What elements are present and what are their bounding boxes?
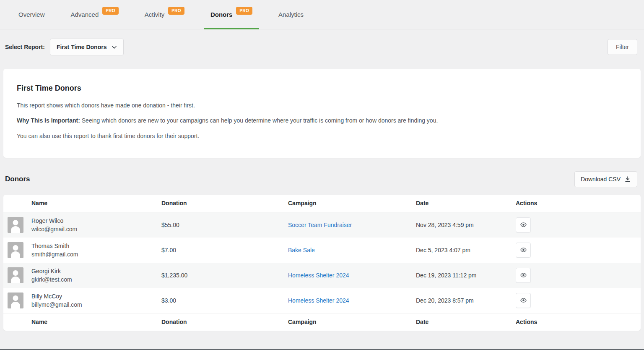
donor-name: Roger Wilco (31, 217, 161, 225)
column-header-date: Date (416, 200, 516, 206)
pro-badge: PRO (236, 7, 252, 15)
column-footer-name: Name (31, 319, 161, 325)
report-tabs: Overview Advanced PRO Activity PRO Donor… (0, 0, 644, 29)
person-icon (8, 267, 23, 283)
tab-activity-label: Activity (145, 11, 165, 18)
campaign-link[interactable]: Bake Sale (288, 247, 315, 253)
download-csv-button[interactable]: Download CSV (574, 171, 637, 187)
tab-activity[interactable]: Activity PRO (138, 0, 191, 29)
view-donor-button[interactable] (516, 268, 531, 283)
download-icon (624, 176, 631, 183)
chevron-down-icon (112, 44, 117, 50)
donor-name-cell: Billy McCoy billymc@gmail.com (31, 292, 161, 309)
tab-donors[interactable]: Donors PRO (204, 0, 259, 29)
campaign-link[interactable]: Homeless Shelter 2024 (288, 272, 349, 279)
filter-button[interactable]: Filter (608, 39, 637, 55)
report-importance: Why This Is Important: Seeing which dono… (17, 116, 627, 125)
table-row: Georgi Kirk gkirk@test.com $1,235.00 Hom… (3, 263, 641, 288)
view-donor-button[interactable] (516, 293, 531, 308)
donation-amount: $3.00 (161, 297, 288, 304)
column-header-actions: Actions (516, 200, 641, 206)
donor-email: gkirk@test.com (31, 275, 161, 284)
table-row: Billy McCoy billymc@gmail.com $3.00 Home… (3, 288, 641, 313)
table-row: Roger Wilco wilco@gmail.com $55.00 Socce… (3, 212, 641, 238)
column-footer-campaign: Campaign (288, 319, 416, 325)
donation-amount: $1,235.00 (161, 272, 288, 279)
donor-email: wilco@gmail.com (31, 225, 161, 233)
donation-date: Dec 20, 2023 8:57 pm (416, 297, 516, 304)
tab-advanced[interactable]: Advanced PRO (64, 0, 125, 29)
eye-icon (520, 246, 527, 253)
person-icon (8, 242, 23, 258)
report-title: First Time Donors (17, 84, 627, 93)
tab-advanced-label: Advanced (71, 11, 99, 18)
select-report-label: Select Report: (5, 44, 45, 50)
donor-name-cell: Georgi Kirk gkirk@test.com (31, 267, 161, 284)
column-header-donation: Donation (161, 200, 288, 206)
donation-date: Nov 28, 2023 4:59 pm (416, 222, 516, 228)
avatar (8, 217, 23, 233)
donor-name: Billy McCoy (31, 292, 161, 300)
donation-date: Dec 5, 2023 4:07 pm (416, 247, 516, 253)
campaign-link[interactable]: Homeless Shelter 2024 (288, 297, 349, 304)
tab-overview[interactable]: Overview (12, 0, 52, 29)
report-select-dropdown[interactable]: First Time Donors (50, 39, 124, 55)
view-donor-button[interactable] (516, 217, 531, 232)
campaign-link[interactable]: Soccer Team Fundraiser (288, 222, 352, 228)
donor-name: Georgi Kirk (31, 267, 161, 275)
column-header-name: Name (31, 200, 161, 206)
eye-icon (520, 272, 527, 279)
column-footer-actions: Actions (516, 319, 641, 325)
download-csv-label: Download CSV (581, 176, 621, 183)
donor-name-cell: Thomas Smith smith@gmail.com (31, 242, 161, 259)
report-note: You can also use this report to thank fi… (17, 132, 627, 140)
table-header-row: Name Donation Campaign Date Actions (3, 195, 641, 212)
donor-name-cell: Roger Wilco wilco@gmail.com (31, 217, 161, 234)
report-toolbar: Select Report: First Time Donors Filter (0, 32, 644, 62)
avatar (8, 267, 23, 283)
report-importance-label: Why This Is Important: (17, 117, 80, 124)
table-footer-row: Name Donation Campaign Date Actions (3, 313, 641, 331)
donor-name: Thomas Smith (31, 242, 161, 250)
donors-section-title: Donors (5, 175, 30, 183)
column-footer-donation: Donation (161, 319, 288, 325)
donation-amount: $55.00 (161, 222, 288, 228)
eye-icon (520, 221, 527, 228)
report-info-card: First Time Donors This report shows whic… (3, 69, 641, 158)
donors-section-header: Donors Download CSV (0, 158, 644, 195)
person-icon (8, 217, 23, 233)
report-description: This report shows which donors have made… (17, 101, 627, 110)
avatar (8, 242, 23, 258)
tab-donors-label: Donors (210, 11, 233, 18)
tab-analytics-label: Analytics (278, 11, 304, 18)
view-donor-button[interactable] (516, 243, 531, 258)
avatar (8, 293, 23, 308)
report-importance-text: Seeing which donors are new to your camp… (80, 117, 438, 124)
person-icon (8, 293, 23, 308)
pro-badge: PRO (168, 7, 184, 15)
column-footer-date: Date (416, 319, 516, 325)
eye-icon (520, 297, 527, 304)
donation-amount: $7.00 (161, 247, 288, 253)
report-select-value: First Time Donors (57, 44, 107, 50)
donor-email: smith@gmail.com (31, 250, 161, 259)
pro-badge: PRO (102, 7, 119, 15)
tab-overview-label: Overview (18, 11, 45, 18)
tab-analytics[interactable]: Analytics (272, 0, 310, 29)
table-row: Thomas Smith smith@gmail.com $7.00 Bake … (3, 238, 641, 263)
donor-email: billymc@gmail.com (31, 300, 161, 309)
donors-table: Name Donation Campaign Date Actions Roge… (3, 195, 641, 331)
donation-date: Dec 19, 2023 11:12 pm (416, 272, 516, 279)
column-header-campaign: Campaign (288, 200, 416, 206)
